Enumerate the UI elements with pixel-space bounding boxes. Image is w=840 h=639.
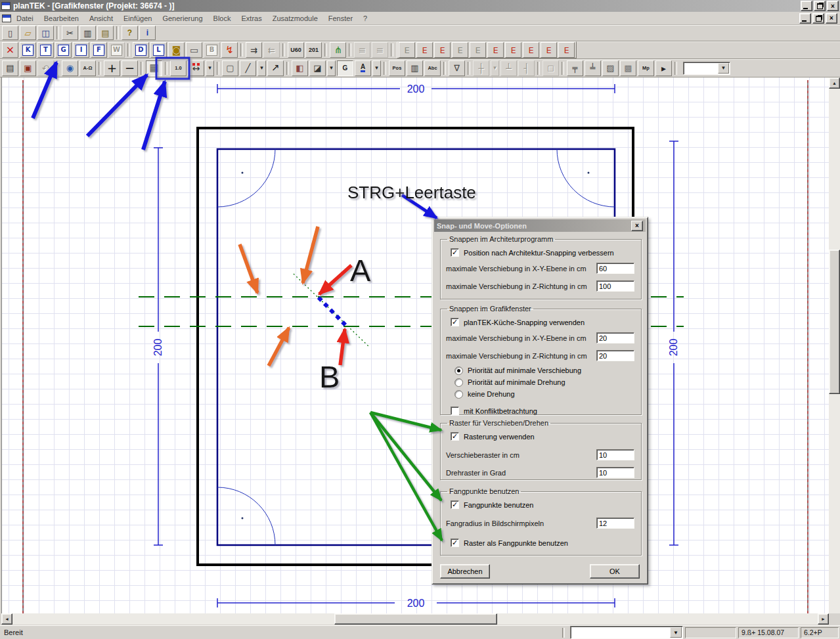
render-icon[interactable]: ▨ bbox=[602, 60, 619, 76]
line-tool-dropdown[interactable]: ▾ bbox=[257, 60, 266, 76]
filter-icon[interactable]: ∇ bbox=[449, 60, 465, 76]
select-rect-icon[interactable]: ▢ bbox=[222, 60, 238, 76]
horizontal-scrollbar[interactable]: ◄ ► bbox=[1, 613, 829, 625]
door-icon[interactable]: ◻ bbox=[542, 60, 559, 76]
cb-raster-fangpunkte[interactable]: ✓ bbox=[451, 539, 459, 547]
ok-button[interactable]: OK bbox=[590, 564, 640, 579]
zoom-in-icon[interactable]: + bbox=[104, 60, 120, 76]
arrow-tool-icon[interactable]: ↗ bbox=[267, 60, 284, 76]
block-e-icon-7[interactable]: E bbox=[505, 42, 521, 58]
new-shape-icon[interactable]: ▭ bbox=[186, 42, 202, 58]
field-grafik-z[interactable] bbox=[596, 350, 634, 361]
zoom-out-icon[interactable]: − bbox=[122, 60, 138, 76]
a-omega-icon[interactable]: A-Ω bbox=[79, 60, 96, 76]
pos-icon[interactable]: Pos bbox=[389, 60, 405, 76]
rd-keine-drehung[interactable] bbox=[454, 390, 463, 399]
child-minimize-button[interactable] bbox=[799, 13, 811, 24]
field-fangradius[interactable] bbox=[596, 518, 634, 529]
menu-fenster[interactable]: Fenster bbox=[323, 13, 358, 24]
measure-icon[interactable]: 1.0 bbox=[170, 60, 187, 76]
menu-extras[interactable]: Extras bbox=[236, 13, 267, 24]
new-file-icon[interactable]: ▯ bbox=[2, 26, 18, 40]
menu-datei[interactable]: Datei bbox=[11, 13, 39, 24]
menu-einfuegen[interactable]: Einfügen bbox=[118, 13, 157, 24]
field-drehraster[interactable] bbox=[596, 467, 634, 478]
block-e-icon-9[interactable]: E bbox=[541, 42, 557, 58]
rd-prio-verschiebung[interactable] bbox=[454, 366, 463, 375]
text-color-icon[interactable]: A bbox=[355, 60, 371, 76]
block-e-icon-6[interactable]: E bbox=[487, 42, 504, 58]
u60-button[interactable]: U60 bbox=[288, 42, 304, 58]
menu-ansicht[interactable]: Ansicht bbox=[84, 13, 118, 24]
field-verschieberaster[interactable] bbox=[596, 449, 634, 460]
block-e-icon-1[interactable]: E bbox=[399, 42, 415, 58]
menu-block[interactable]: Block bbox=[208, 13, 236, 24]
child-close-button[interactable]: × bbox=[826, 13, 837, 24]
cancel-button[interactable]: Abbrechen bbox=[440, 564, 490, 579]
search-info-icon[interactable]: i bbox=[139, 26, 156, 40]
view3d-icon[interactable]: ◪ bbox=[309, 60, 326, 76]
hatch-icon[interactable]: ▥ bbox=[407, 60, 423, 76]
letter-b-icon[interactable]: B bbox=[204, 42, 220, 58]
cb-konflikt[interactable] bbox=[451, 407, 459, 415]
table-arrow-left-icon[interactable]: ⇇ bbox=[263, 42, 280, 58]
chest-icon[interactable]: ◙ bbox=[168, 42, 185, 58]
line-tool-icon[interactable]: ╱ bbox=[240, 60, 256, 76]
pattern-icon[interactable]: ▩ bbox=[620, 60, 636, 76]
minimize-button[interactable] bbox=[801, 1, 812, 11]
menu-zusatzmodule[interactable]: Zusatzmodule bbox=[267, 13, 323, 24]
export-image-icon[interactable]: ▣ bbox=[20, 60, 36, 76]
cb-kueche-snapping[interactable]: ✓ bbox=[451, 318, 459, 326]
restore-button[interactable] bbox=[814, 1, 826, 11]
document-icon[interactable] bbox=[2, 14, 11, 22]
field-arch-z[interactable] bbox=[596, 280, 634, 292]
view3d-dropdown[interactable]: ▾ bbox=[327, 60, 336, 76]
cb-rasterung[interactable]: ✓ bbox=[451, 432, 459, 441]
chevron-down-icon[interactable]: ▼ bbox=[670, 627, 682, 638]
print-icon[interactable]: ▤ bbox=[2, 60, 18, 76]
dimension-dropdown[interactable]: ▾ bbox=[206, 60, 214, 76]
horizontal-scroll-thumb[interactable] bbox=[334, 613, 497, 625]
mp-icon[interactable]: Mp bbox=[638, 60, 654, 76]
undo-icon[interactable]: ↶ bbox=[37, 60, 54, 76]
block-e-icon-10[interactable]: E bbox=[558, 42, 575, 58]
wall-t-icon[interactable]: ┴ bbox=[500, 60, 517, 76]
cb-arch-improve[interactable]: ✓ bbox=[451, 248, 459, 257]
dimension-icon[interactable]: ↔ bbox=[188, 60, 204, 76]
block-e-icon-2[interactable]: E bbox=[416, 42, 433, 58]
drawing-canvas[interactable]: 200 200 200 200 bbox=[1, 77, 829, 613]
field-arch-xy[interactable] bbox=[596, 263, 634, 274]
org-chart-icon[interactable]: ⋔ bbox=[330, 42, 346, 58]
table-arrow-right-icon[interactable]: ⇉ bbox=[246, 42, 262, 58]
menu-hilfe[interactable]: ? bbox=[358, 13, 372, 24]
scroll-up-button[interactable]: ▲ bbox=[829, 77, 840, 89]
close-button[interactable]: × bbox=[827, 1, 839, 11]
block-e-icon-8[interactable]: E bbox=[523, 42, 539, 58]
child-restore-button[interactable] bbox=[812, 13, 824, 24]
rd-prio-drehung[interactable] bbox=[454, 378, 463, 387]
zoom-icon[interactable]: ◉ bbox=[62, 60, 78, 76]
field-grafik-xy[interactable] bbox=[596, 332, 634, 343]
chevron-down-icon[interactable]: ▼ bbox=[718, 63, 729, 74]
lightning-icon[interactable]: ↯ bbox=[221, 42, 238, 58]
wall-join-dropdown[interactable]: ▾ bbox=[491, 60, 499, 76]
201-button[interactable]: 201 bbox=[305, 42, 322, 58]
grid-toggle-icon[interactable]: ▦ bbox=[146, 60, 162, 76]
dim-baseline-icon[interactable]: ╧ bbox=[585, 60, 601, 76]
letter-w-icon[interactable]: W bbox=[108, 42, 125, 58]
vertical-scrollbar[interactable]: ▲ ▼ bbox=[829, 77, 840, 625]
letter-i-icon[interactable]: I bbox=[73, 42, 89, 58]
abc-icon[interactable]: Abc bbox=[424, 60, 441, 76]
help-icon[interactable]: ? bbox=[122, 26, 138, 40]
vertical-scroll-thumb[interactable] bbox=[829, 250, 840, 394]
menu-generierung[interactable]: Generierung bbox=[157, 13, 208, 24]
wall-join-icon[interactable]: ┼ bbox=[473, 60, 489, 76]
menu-bearbeiten[interactable]: Bearbeiten bbox=[39, 13, 84, 24]
open-folder-icon[interactable]: ▱ bbox=[20, 26, 36, 40]
letter-f-icon[interactable]: F bbox=[91, 42, 107, 58]
save-icon[interactable]: ◫ bbox=[37, 26, 54, 40]
dim-vertical-icon[interactable]: ╤ bbox=[567, 60, 583, 76]
dialog-close-button[interactable]: × bbox=[631, 221, 643, 231]
g-toggle-button[interactable]: G bbox=[337, 60, 353, 76]
letter-g-icon[interactable]: G bbox=[55, 42, 72, 58]
